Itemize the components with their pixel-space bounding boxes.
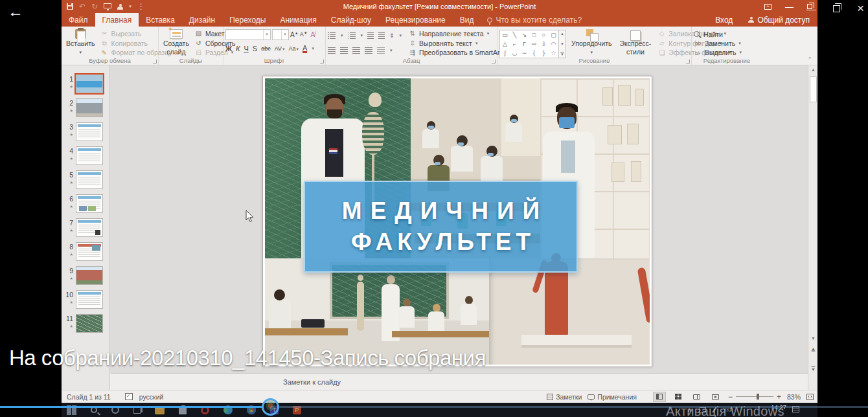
zoom-in-button[interactable]: + [777,392,781,401]
align-text-button[interactable]: ⇳Выровнять текст▾ [408,39,507,48]
justify-icon[interactable] [365,47,372,54]
numbering-icon[interactable] [348,32,356,39]
drawing-dialog-launcher[interactable] [686,60,690,63]
replace-button[interactable]: abЗаменить▾ [694,39,742,47]
slide-thumbnail[interactable] [76,74,103,93]
tab-Главная[interactable]: Главная [95,13,139,27]
tab-Анимация[interactable]: Анимация [273,13,323,27]
zoom-out-button[interactable]: − [728,392,733,401]
previous-slide-icon[interactable]: ▲▔ [808,346,818,356]
align-left-icon[interactable] [328,47,336,54]
slide-thumbnail[interactable] [76,98,103,117]
shape-glyph[interactable]: } [539,49,549,58]
qat-more-icon[interactable]: ⋮ [137,3,145,10]
slide-thumbnail[interactable] [76,218,103,237]
next-slide-icon[interactable]: ▁▼ [808,362,818,372]
font-size-combo[interactable]: ▾ [272,29,289,40]
tab-Вид[interactable]: Вид [453,13,481,27]
shape-glyph[interactable]: △ [500,39,510,49]
shrink-font-button[interactable]: А▼ [300,31,308,38]
select-button[interactable]: ▻Выделить▾ [694,49,742,57]
touch-mode-icon[interactable] [117,4,123,10]
reading-view-button[interactable] [691,392,703,402]
store-taskbar-icon[interactable] [179,407,187,414]
shape-glyph[interactable]: ☆ [549,49,558,58]
shape-glyph[interactable]: ◠ [549,39,558,49]
paragraph-dialog-launcher[interactable] [492,60,496,63]
shape-glyph[interactable]: ╲ [510,30,520,39]
ppt-minimize-icon[interactable]: — [785,2,794,12]
tab-Файл[interactable]: Файл [62,13,95,27]
save-icon[interactable] [67,3,73,10]
align-center-icon[interactable] [340,47,348,54]
align-right-icon[interactable] [352,47,360,54]
line-spacing-icon[interactable]: ⇕ [389,32,394,39]
decrease-indent-icon[interactable] [367,32,374,39]
scroll-down-icon[interactable]: ▼ [808,334,818,343]
shape-glyph[interactable]: { [529,49,539,58]
spell-check-icon[interactable] [125,393,133,400]
font-name-combo[interactable]: ▾ [225,29,271,40]
tab-Вставка[interactable]: Вставка [139,13,182,27]
arrange-button[interactable]: Упорядочить ▾ [569,28,614,57]
scrollbar-thumb[interactable] [810,76,817,102]
text-shadow-button[interactable]: S [253,45,257,52]
tell-me-box[interactable]: Что вы хотите сделать? [481,13,588,27]
grow-font-button[interactable]: А▲ [290,31,299,38]
notes-toggle-button[interactable]: Заметки [547,393,582,401]
tab-Слайд-шоу[interactable]: Слайд-шоу [324,13,378,27]
shape-glyph[interactable]: ↘ [520,30,529,39]
italic-button[interactable]: К [236,45,240,52]
shape-glyph[interactable]: ▭ [500,30,510,39]
collapse-ribbon-icon[interactable]: ⌃ [807,56,812,63]
text-direction-button[interactable]: ⇅Направление текста▾ [408,29,507,38]
ribbon-display-options-icon[interactable]: ^ [764,4,771,10]
shape-glyph[interactable]: ○ [539,30,549,39]
back-button[interactable]: ← [8,3,23,21]
underline-button[interactable]: Ч [244,45,248,52]
comments-toggle-button[interactable]: Примечания [588,393,637,401]
shape-glyph[interactable]: ▢ [549,30,558,39]
language-indicator[interactable]: русский [139,393,164,401]
shape-glyph[interactable]: ⇩ [539,39,549,49]
undo-icon[interactable]: ↶ [79,3,86,10]
normal-view-button[interactable] [653,392,666,402]
slide-thumbnail[interactable] [76,242,103,261]
video-progress-bar[interactable] [0,406,868,408]
slide-thumbnail[interactable] [76,146,103,165]
player-restore-icon[interactable] [833,5,840,12]
shape-glyph[interactable]: ⌐ [510,39,520,49]
shapes-gallery-scroll[interactable]: ▲▼▼ [559,30,566,58]
paste-button[interactable]: Вставить ▾ [63,28,98,57]
clipboard-dialog-launcher[interactable] [153,60,157,63]
bold-button[interactable]: Ж [225,45,232,52]
scroll-up-icon[interactable]: ▲ [808,65,818,74]
quick-styles-button[interactable]: Экспресс- стили [617,28,654,57]
slide-thumbnail[interactable] [76,122,103,141]
zoom-percentage[interactable]: 83% [787,393,801,401]
signin-button[interactable]: Вход [707,13,740,27]
columns-icon[interactable] [377,47,385,54]
zoom-slider[interactable] [736,396,773,397]
clear-formatting-button[interactable]: А̸ [311,31,315,38]
video-playhead[interactable] [262,398,279,416]
notes-pane[interactable]: Заметки к слайду [111,373,808,390]
zoom-slider-thumb[interactable] [757,394,759,400]
slide-thumbnail[interactable] [76,266,103,285]
tab-Рецензирование[interactable]: Рецензирование [378,13,453,27]
slide-thumbnail[interactable] [76,290,103,309]
start-slideshow-icon[interactable] [104,3,111,8]
player-minimize-icon[interactable]: — [806,3,816,14]
slide-thumbnail[interactable] [76,194,103,213]
character-spacing-button[interactable]: AV▾ [275,45,285,52]
change-case-button[interactable]: Aa▾ [289,45,299,52]
increase-indent-icon[interactable] [378,32,385,39]
font-color-button[interactable]: А [303,45,307,53]
slide-thumbnail[interactable] [76,170,103,189]
player-close-icon[interactable]: × [857,1,864,16]
find-button[interactable]: Найти [694,30,742,38]
strikethrough-button[interactable]: abc [261,45,271,52]
bullets-icon[interactable] [328,32,336,39]
tab-Дизайн[interactable]: Дизайн [182,13,222,27]
shapes-gallery[interactable]: ▭╲↘□○▢△⌐Γ⇨⇩◠∫◡∼{}☆ [499,30,559,58]
